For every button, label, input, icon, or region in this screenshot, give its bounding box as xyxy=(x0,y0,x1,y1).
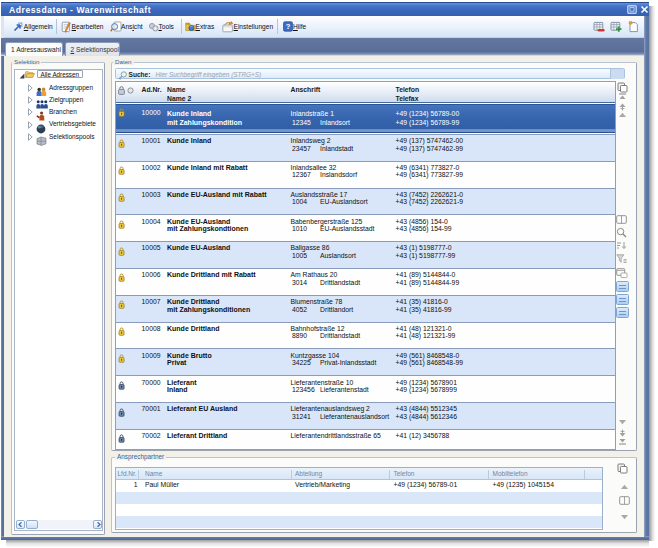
svg-text:?: ? xyxy=(285,22,290,31)
